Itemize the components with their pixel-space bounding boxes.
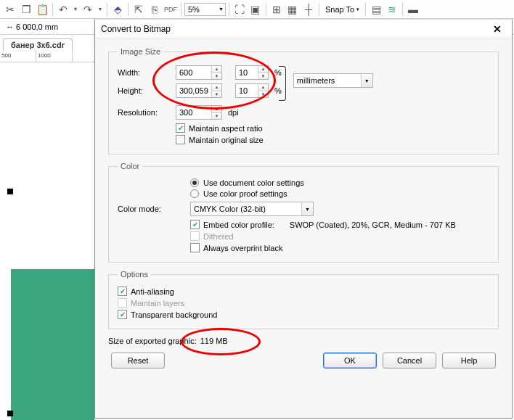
page-width: ↔ 6 000,0 mm: [6, 22, 58, 31]
size-value: 119 MB: [200, 337, 228, 345]
document-tabs: банер 3x6.cdr: [0, 35, 94, 51]
spin-down-icon[interactable]: ▼: [212, 91, 221, 98]
paste-icon[interactable]: 📋: [35, 2, 49, 17]
radio-icon: [190, 178, 199, 187]
height-input[interactable]: [176, 84, 211, 97]
dialog-footer: Reset OK Cancel Help: [108, 353, 499, 368]
spin-down-icon[interactable]: ▼: [212, 113, 221, 120]
transparent-checkbox[interactable]: ✔ Transparent background: [118, 310, 489, 319]
height-spinner[interactable]: ▲▼: [176, 83, 222, 98]
width-percent-spinner[interactable]: ▲▼: [235, 65, 269, 80]
guides-icon[interactable]: ┼: [301, 2, 316, 17]
maintain-layers-label: Maintain layers: [131, 299, 184, 308]
options-icon[interactable]: ▤: [369, 2, 383, 17]
fitpage-icon[interactable]: ▣: [248, 2, 263, 17]
maintain-size-label: Maintain original size: [189, 136, 264, 144]
chevron-down-icon: ▾: [356, 7, 359, 12]
link-bracket-icon: [279, 66, 286, 101]
export-icon[interactable]: ⇱: [131, 2, 146, 17]
toolbar-separator: [319, 3, 319, 16]
radio-document-color[interactable]: Use document color settings: [190, 178, 489, 187]
units-value: millimeters: [297, 76, 335, 85]
height-percent-input[interactable]: [236, 84, 258, 97]
import-icon[interactable]: ⬘: [110, 2, 125, 17]
snap-label: Snap To: [325, 5, 354, 14]
grid-icon[interactable]: ▦: [285, 2, 300, 17]
toolbar-separator: [52, 3, 53, 16]
pdf-icon[interactable]: PDF: [163, 2, 178, 17]
ruler-icon[interactable]: ⊞: [269, 2, 284, 17]
fullscreen-icon[interactable]: ⛶: [232, 2, 247, 17]
checkbox-icon: ✔: [176, 123, 185, 133]
radio-proof-label: Use color proof settings: [203, 189, 287, 198]
spin-down-icon[interactable]: ▼: [258, 91, 268, 98]
launch-icon[interactable]: ≋: [385, 2, 399, 17]
spin-up-icon[interactable]: ▲: [212, 84, 221, 91]
export-size-line: Size of exported graphic: 119 MB: [108, 337, 499, 345]
color-mode-value: CMYK Color (32-bit): [194, 205, 266, 213]
width-percent-input[interactable]: [236, 66, 258, 79]
ruler-mark: 1000: [38, 52, 51, 59]
chevron-down-icon[interactable]: ▼: [219, 7, 224, 12]
width-arrow-icon: ↔: [6, 22, 14, 31]
selection-handle[interactable]: [7, 189, 13, 194]
dialog-body: Image Size Width: ▲▼ ▲▼ %: [95, 38, 512, 374]
ok-button[interactable]: OK: [323, 353, 377, 368]
tab-document[interactable]: банер 3x6.cdr: [3, 38, 73, 51]
spin-up-icon[interactable]: ▲: [212, 106, 221, 113]
antialias-label: Anti-aliasing: [131, 287, 174, 296]
antialias-checkbox[interactable]: ✔ Anti-aliasing: [118, 287, 489, 296]
overprint-label: Always overprint black: [203, 244, 282, 252]
units-combo[interactable]: millimeters ▼: [293, 73, 373, 88]
radio-document-label: Use document color settings: [203, 178, 304, 187]
size-label: Size of exported graphic:: [108, 337, 197, 345]
chevron-down-icon[interactable]: ▼: [361, 74, 372, 87]
checkbox-icon: [190, 243, 200, 252]
close-icon[interactable]: ✕: [489, 22, 506, 36]
options-legend: Options: [118, 270, 151, 279]
publish-icon[interactable]: ⎘: [147, 2, 162, 17]
cancel-button[interactable]: Cancel: [383, 353, 436, 368]
reset-button[interactable]: Reset: [111, 353, 165, 368]
profile-info: SWOP (Coated), 20%, GCR, Medium - 707 KB: [290, 221, 456, 229]
spin-up-icon[interactable]: ▲: [258, 84, 268, 91]
checkbox-icon: [190, 231, 200, 241]
app-icon[interactable]: ▬: [406, 2, 420, 17]
maintain-ratio-checkbox[interactable]: ✔ Maintain aspect ratio: [176, 123, 489, 133]
selected-shape[interactable]: [11, 269, 94, 420]
radio-proof-color[interactable]: Use color proof settings: [190, 189, 489, 198]
help-button[interactable]: Help: [442, 353, 496, 368]
dithered-checkbox: Dithered: [190, 231, 489, 241]
undo-dropdown-icon[interactable]: ▾: [72, 2, 79, 17]
undo-icon[interactable]: ↶: [56, 2, 70, 17]
snap-to-dropdown[interactable]: Snap To ▾: [322, 5, 362, 14]
dialog-titlebar: Convert to Bitmap ✕: [95, 20, 512, 38]
canvas[interactable]: [0, 62, 94, 420]
spin-down-icon[interactable]: ▼: [212, 73, 221, 80]
toolbar-separator: [107, 3, 107, 16]
checkbox-icon: [118, 298, 127, 308]
color-mode-combo[interactable]: CMYK Color (32-bit) ▼: [190, 202, 314, 216]
copy-icon[interactable]: ❐: [19, 2, 33, 17]
image-size-group: Image Size Width: ▲▼ ▲▼ %: [108, 47, 499, 155]
chevron-down-icon[interactable]: ▼: [301, 202, 313, 215]
embed-profile-checkbox[interactable]: ✔ Embed color profile: SWOP (Coated), 20…: [190, 220, 489, 229]
toolbar-separator: [266, 3, 266, 16]
spin-up-icon[interactable]: ▲: [212, 66, 221, 73]
cut-icon[interactable]: ✂: [3, 2, 17, 17]
spin-up-icon[interactable]: ▲: [258, 66, 268, 73]
resolution-input[interactable]: [176, 106, 211, 119]
options-group: Options ✔ Anti-aliasing Maintain layers …: [108, 270, 499, 329]
zoom-input[interactable]: [187, 4, 216, 15]
selection-handle[interactable]: [7, 411, 13, 416]
height-percent-spinner[interactable]: ▲▼: [235, 83, 269, 98]
resolution-spinner[interactable]: ▲▼: [176, 105, 222, 120]
width-spinner[interactable]: ▲▼: [176, 65, 222, 80]
redo-dropdown-icon[interactable]: ▾: [97, 2, 104, 17]
maintain-size-checkbox[interactable]: Maintain original size: [176, 135, 489, 144]
redo-icon[interactable]: ↷: [81, 2, 95, 17]
zoom-combo[interactable]: ▼: [184, 3, 226, 16]
spin-down-icon[interactable]: ▼: [258, 73, 268, 80]
overprint-checkbox[interactable]: Always overprint black: [190, 243, 489, 252]
width-input[interactable]: [176, 66, 211, 79]
